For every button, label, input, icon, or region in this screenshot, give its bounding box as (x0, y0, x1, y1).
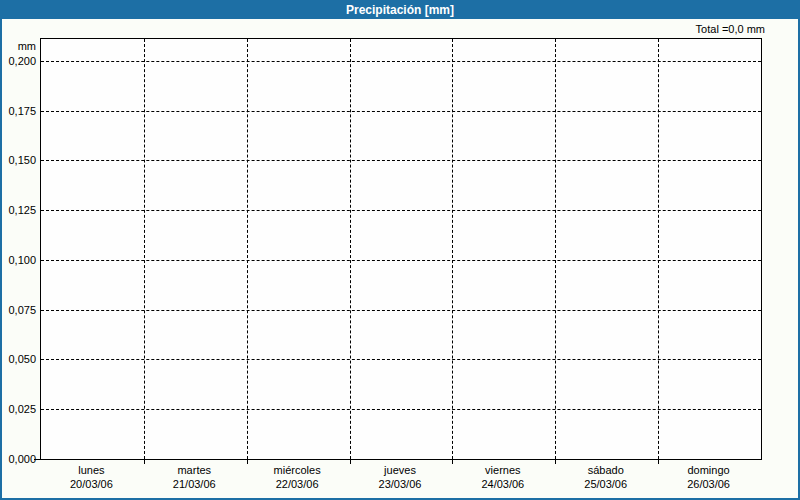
plot-area (40, 38, 762, 460)
day-date: 23/03/06 (349, 477, 452, 491)
day-name: domingo (657, 463, 760, 477)
v-gridline (555, 39, 556, 459)
h-gridline (41, 359, 761, 360)
day-label: viernes24/03/06 (451, 463, 554, 491)
day-name: jueves (349, 463, 452, 477)
day-date: 24/03/06 (451, 477, 554, 491)
y-tick-label: 0,175 (0, 105, 36, 118)
h-gridline (41, 111, 761, 112)
y-tick-label: 0,150 (0, 154, 36, 167)
h-gridline (41, 61, 761, 62)
y-tick-label: 0,050 (0, 353, 36, 366)
y-tick-label: 0,075 (0, 304, 36, 317)
day-date: 22/03/06 (246, 477, 349, 491)
day-label: jueves23/03/06 (349, 463, 452, 491)
chart-title: Precipitación [mm] (346, 3, 454, 17)
title-bar: Precipitación [mm] (0, 0, 800, 19)
day-date: 21/03/06 (143, 477, 246, 491)
day-date: 26/03/06 (657, 477, 760, 491)
h-gridline (41, 409, 761, 410)
h-gridline (41, 210, 761, 211)
day-label: martes21/03/06 (143, 463, 246, 491)
y-tick-label: 0,025 (0, 403, 36, 416)
day-name: sábado (554, 463, 657, 477)
v-gridline (452, 39, 453, 459)
day-label: domingo26/03/06 (657, 463, 760, 491)
day-label: sábado25/03/06 (554, 463, 657, 491)
y-tick-label: 0,125 (0, 204, 36, 217)
y-tick-label: 0,100 (0, 254, 36, 267)
day-date: 25/03/06 (554, 477, 657, 491)
y-axis-unit-label: mm (0, 40, 36, 52)
day-name: lunes (40, 463, 143, 477)
day-label: lunes20/03/06 (40, 463, 143, 491)
y-tick-label: 0,000 (0, 453, 36, 466)
h-gridline (41, 310, 761, 311)
chart-window: Precipitación [mm] Total =0,0 mm mm 0,00… (0, 0, 800, 500)
day-name: martes (143, 463, 246, 477)
y-tick-label: 0,200 (0, 55, 36, 68)
h-gridline (41, 160, 761, 161)
day-date: 20/03/06 (40, 477, 143, 491)
v-gridline (144, 39, 145, 459)
day-label: miércoles22/03/06 (246, 463, 349, 491)
v-gridline (247, 39, 248, 459)
h-gridline (41, 260, 761, 261)
v-gridline (350, 39, 351, 459)
v-gridline (658, 39, 659, 459)
day-name: miércoles (246, 463, 349, 477)
total-annotation: Total =0,0 mm (696, 23, 765, 35)
day-name: viernes (451, 463, 554, 477)
y-axis-zero-tick (34, 459, 40, 460)
